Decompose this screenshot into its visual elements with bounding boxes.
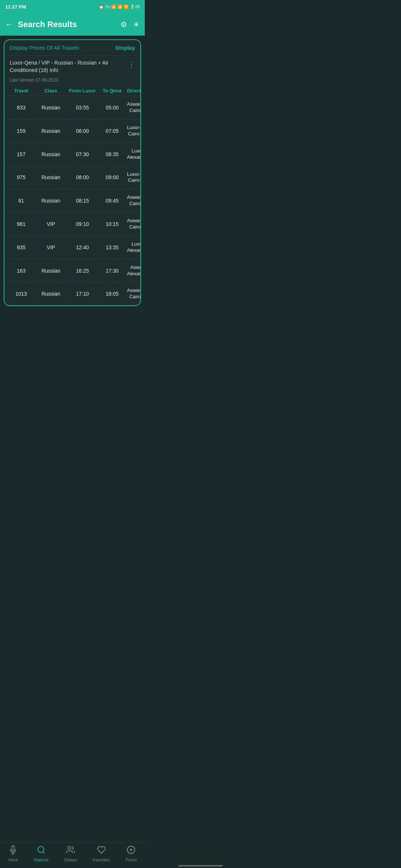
cell-class: Russian bbox=[34, 198, 68, 204]
cell-from: 08:00 bbox=[68, 174, 97, 180]
cell-travel: 935 bbox=[8, 244, 34, 250]
cell-to: 13:35 bbox=[97, 244, 127, 250]
direction-text: Aswan-Cairo bbox=[127, 101, 141, 114]
cell-travel: 163 bbox=[8, 268, 34, 274]
direction-text: Luxor-Cairo bbox=[127, 171, 141, 184]
cell-to: 18:05 bbox=[97, 291, 127, 297]
col-to: To Qena bbox=[97, 88, 127, 93]
cell-from: 07:30 bbox=[68, 151, 97, 157]
cell-from: 09:10 bbox=[68, 221, 97, 227]
results-card: Display Prices Of All Travels Display Lu… bbox=[4, 39, 141, 306]
cell-to: 10:15 bbox=[97, 221, 127, 227]
cell-travel: 981 bbox=[8, 221, 34, 227]
status-bar: 11:27 PM ⏰ Yo 📶 📶 🛜 🔋28 bbox=[0, 0, 145, 13]
cell-direction: Luxor-Cairo ⋮ bbox=[127, 125, 141, 137]
col-from: From Luxor bbox=[68, 88, 97, 93]
direction-text: Luxor-Cairo bbox=[127, 125, 141, 137]
route-text: Luxor-Qena / VIP - Russian - Russian + A… bbox=[10, 59, 125, 74]
app-bar: ← Search Results ⚙ ☀ bbox=[0, 13, 145, 36]
cell-class: Russian bbox=[34, 268, 68, 274]
cell-to: 17:30 bbox=[97, 268, 127, 274]
display-prices-row: Display Prices Of All Travels Display bbox=[4, 40, 140, 56]
cell-class: Russian bbox=[34, 105, 68, 111]
direction-text: Luxor-Alexandria bbox=[127, 241, 141, 254]
cell-to: 05:00 bbox=[97, 105, 127, 111]
cell-direction: Luxor-Alexandria ⋮ bbox=[127, 241, 141, 254]
cell-class: Russian bbox=[34, 174, 68, 180]
cell-from: 17:10 bbox=[68, 291, 97, 297]
cell-class: VIP bbox=[34, 221, 68, 227]
back-button[interactable]: ← bbox=[5, 20, 13, 29]
direction-text: Aswan-Cairo bbox=[127, 287, 141, 300]
status-icons: ⏰ Yo 📶 📶 🛜 🔋28 bbox=[99, 4, 140, 9]
cell-travel: 159 bbox=[8, 128, 34, 134]
display-prices-label: Display Prices Of All Travels bbox=[10, 45, 79, 51]
table-row[interactable]: 1013 Russian 17:10 18:05 Aswan-Cairo ⋮ bbox=[4, 282, 140, 305]
cell-to: 07:05 bbox=[97, 128, 127, 134]
table-row[interactable]: 833 Russian 03:55 05:00 Aswan-Cairo ⋮ bbox=[4, 96, 140, 119]
cell-travel: 833 bbox=[8, 105, 34, 111]
cell-from: 08:15 bbox=[68, 198, 97, 204]
cell-travel: 81 bbox=[8, 198, 34, 204]
cell-from: 06:00 bbox=[68, 128, 97, 134]
direction-text: Luxor-Alexandria bbox=[127, 148, 141, 161]
theme-icon[interactable]: ☀ bbox=[133, 20, 140, 29]
cell-direction: Aswan-Cairo ⋮ bbox=[127, 218, 141, 230]
table-row[interactable]: 935 VIP 12:40 13:35 Luxor-Alexandria ⋮ bbox=[4, 236, 140, 259]
cell-from: 12:40 bbox=[68, 244, 97, 250]
col-travel: Travel bbox=[8, 88, 34, 93]
signal-icons: ⏰ Yo 📶 📶 🛜 🔋28 bbox=[99, 4, 140, 9]
cell-from: 16:25 bbox=[68, 268, 97, 274]
settings-icon[interactable]: ⚙ bbox=[120, 20, 127, 29]
cell-direction: Luxor-Alexandria ⋮ bbox=[127, 148, 141, 161]
row-more-button[interactable]: ⋮ bbox=[141, 173, 141, 182]
page-title: Search Results bbox=[18, 20, 114, 29]
cell-class: VIP bbox=[34, 244, 68, 250]
cell-travel: 157 bbox=[8, 151, 34, 157]
cell-to: 09:00 bbox=[97, 174, 127, 180]
direction-text: Aswan-Cairo bbox=[127, 194, 141, 207]
route-more-button[interactable]: ⋮ bbox=[125, 60, 135, 69]
direction-text: Aswan-Cairo bbox=[127, 218, 141, 230]
cell-travel: 1013 bbox=[8, 291, 34, 297]
cell-class: Russian bbox=[34, 128, 68, 134]
table-row[interactable]: 81 Russian 08:15 09:45 Aswan-Cairo ⋮ bbox=[4, 189, 140, 212]
cell-direction: Aswan-Alexandria ⋮ bbox=[127, 264, 141, 277]
cell-direction: Aswan-Cairo ⋮ bbox=[127, 194, 141, 207]
table-header: Travel Class From Luxor To Qena Directio… bbox=[4, 86, 140, 96]
cell-to: 09:45 bbox=[97, 198, 127, 204]
col-direction: Direction bbox=[127, 88, 141, 93]
route-info: Luxor-Qena / VIP - Russian - Russian + A… bbox=[4, 56, 140, 76]
status-time: 11:27 PM bbox=[5, 4, 26, 10]
main-content: Display Prices Of All Travels Display Lu… bbox=[0, 36, 145, 310]
cell-to: 08:35 bbox=[97, 151, 127, 157]
col-class: Class bbox=[34, 88, 68, 93]
table-row[interactable]: 975 Russian 08:00 09:00 Luxor-Cairo ⋮ bbox=[4, 166, 140, 189]
direction-text: Aswan-Alexandria bbox=[127, 264, 141, 277]
table-row[interactable]: 163 Russian 16:25 17:30 Aswan-Alexandria… bbox=[4, 259, 140, 282]
table-row[interactable]: 159 Russian 06:00 07:05 Luxor-Cairo ⋮ bbox=[4, 119, 140, 142]
table-row[interactable]: 157 Russian 07:30 08:35 Luxor-Alexandria… bbox=[4, 142, 140, 166]
cell-direction: Aswan-Cairo ⋮ bbox=[127, 101, 141, 114]
cell-class: Russian bbox=[34, 151, 68, 157]
cell-travel: 975 bbox=[8, 174, 34, 180]
display-button[interactable]: Display bbox=[115, 45, 135, 51]
version-text: Last Version 17-06-2023 bbox=[4, 76, 140, 86]
table-body: 833 Russian 03:55 05:00 Aswan-Cairo ⋮ 15… bbox=[4, 96, 140, 305]
cell-class: Russian bbox=[34, 291, 68, 297]
table-row[interactable]: 981 VIP 09:10 10:15 Aswan-Cairo ⋮ bbox=[4, 212, 140, 236]
cell-from: 03:55 bbox=[68, 105, 97, 111]
row-more-button[interactable]: ⋮ bbox=[141, 126, 141, 135]
cell-direction: Aswan-Cairo ⋮ bbox=[127, 287, 141, 300]
cell-direction: Luxor-Cairo ⋮ bbox=[127, 171, 141, 184]
